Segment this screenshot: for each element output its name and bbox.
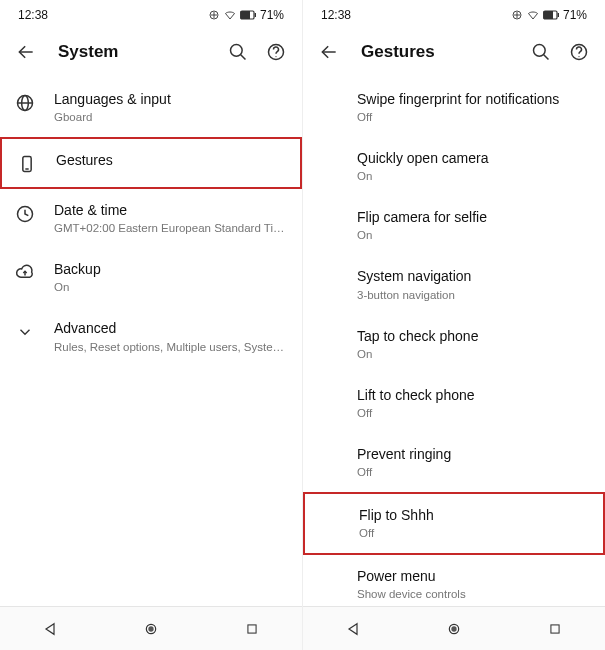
item-sub: Rules, Reset options, Multiple users, Sy… (54, 340, 288, 355)
svg-rect-4 (241, 11, 250, 19)
item-flip-camera-selfie[interactable]: Flip camera for selfie On (303, 196, 605, 255)
globe-icon (14, 92, 36, 114)
navigation-bar (0, 606, 302, 650)
nav-recent-icon[interactable] (222, 611, 282, 647)
item-date-time[interactable]: Date & time GMT+02:00 Eastern European S… (0, 189, 302, 248)
svg-point-19 (148, 626, 153, 631)
svg-rect-25 (544, 11, 553, 19)
nav-recent-icon[interactable] (525, 611, 585, 647)
item-sub: Off (357, 406, 591, 421)
item-title: Gestures (56, 151, 286, 169)
status-battery: 71% (563, 8, 587, 22)
item-swipe-fingerprint[interactable]: Swipe fingerprint for notifications Off (303, 78, 605, 137)
item-sub: Off (357, 465, 591, 480)
item-sub: Off (359, 526, 589, 541)
nav-back-icon[interactable] (323, 611, 383, 647)
back-icon[interactable] (14, 40, 38, 64)
svg-rect-35 (551, 624, 559, 632)
svg-rect-20 (248, 624, 256, 632)
help-icon[interactable] (567, 40, 591, 64)
navigation-bar (303, 606, 605, 650)
item-advanced[interactable]: Advanced Rules, Reset options, Multiple … (0, 307, 302, 366)
item-title: Languages & input (54, 90, 288, 108)
item-title: Backup (54, 260, 288, 278)
svg-point-7 (231, 45, 243, 57)
item-title: Date & time (54, 201, 288, 219)
svg-point-34 (451, 626, 456, 631)
status-icons: 71% (208, 8, 284, 22)
help-icon[interactable] (264, 40, 288, 64)
item-prevent-ringing[interactable]: Prevent ringing Off (303, 433, 605, 492)
item-sub: GMT+02:00 Eastern European Standard Time (54, 221, 288, 236)
gestures-list: Swipe fingerprint for notifications Off … (303, 74, 605, 614)
clock-icon (14, 203, 36, 225)
cloud-upload-icon (14, 262, 36, 284)
nav-home-icon[interactable] (121, 611, 181, 647)
nav-home-icon[interactable] (424, 611, 484, 647)
back-icon[interactable] (317, 40, 341, 64)
status-icons: 71% (511, 8, 587, 22)
item-title: Tap to check phone (357, 327, 591, 345)
item-tap-check-phone[interactable]: Tap to check phone On (303, 315, 605, 374)
svg-point-10 (275, 56, 276, 57)
status-time: 12:38 (18, 8, 48, 22)
item-sub: On (54, 280, 288, 295)
svg-marker-17 (46, 623, 54, 634)
item-title: Flip to Shhh (359, 506, 589, 524)
item-title: System navigation (357, 267, 591, 285)
svg-rect-5 (255, 13, 256, 17)
item-title: Quickly open camera (357, 149, 591, 167)
item-quickly-open-camera[interactable]: Quickly open camera On (303, 137, 605, 196)
svg-line-8 (241, 55, 246, 60)
item-sub: Gboard (54, 110, 288, 125)
search-icon[interactable] (226, 40, 250, 64)
item-flip-to-shhh[interactable]: Flip to Shhh Off (303, 492, 605, 555)
header: Gestures (303, 30, 605, 74)
item-title: Advanced (54, 319, 288, 337)
phone-icon (16, 153, 38, 175)
page-title: Gestures (361, 42, 511, 62)
svg-rect-26 (558, 13, 559, 17)
header: System (0, 30, 302, 74)
item-languages-input[interactable]: Languages & input Gboard (0, 78, 302, 137)
svg-point-31 (578, 56, 579, 57)
item-title: Lift to check phone (357, 386, 591, 404)
item-gestures[interactable]: Gestures (0, 137, 302, 189)
item-backup[interactable]: Backup On (0, 248, 302, 307)
chevron-down-icon (14, 321, 36, 343)
settings-list: Languages & input Gboard Gestures Date &… (0, 74, 302, 367)
item-sub: Show device controls (357, 587, 591, 602)
status-battery: 71% (260, 8, 284, 22)
svg-marker-32 (349, 623, 357, 634)
item-title: Swipe fingerprint for notifications (357, 90, 591, 108)
status-time: 12:38 (321, 8, 351, 22)
item-lift-check-phone[interactable]: Lift to check phone Off (303, 374, 605, 433)
nav-back-icon[interactable] (20, 611, 80, 647)
item-sub: On (357, 169, 591, 184)
svg-line-29 (544, 55, 549, 60)
status-bar: 12:38 71% (303, 0, 605, 30)
svg-point-28 (534, 45, 546, 57)
item-system-navigation[interactable]: System navigation 3-button navigation (303, 255, 605, 314)
status-bar: 12:38 71% (0, 0, 302, 30)
search-icon[interactable] (529, 40, 553, 64)
item-title: Prevent ringing (357, 445, 591, 463)
item-sub: On (357, 347, 591, 362)
item-title: Power menu (357, 567, 591, 585)
item-sub: On (357, 228, 591, 243)
item-sub: Off (357, 110, 591, 125)
item-sub: 3-button navigation (357, 288, 591, 303)
page-title: System (58, 42, 208, 62)
item-title: Flip camera for selfie (357, 208, 591, 226)
